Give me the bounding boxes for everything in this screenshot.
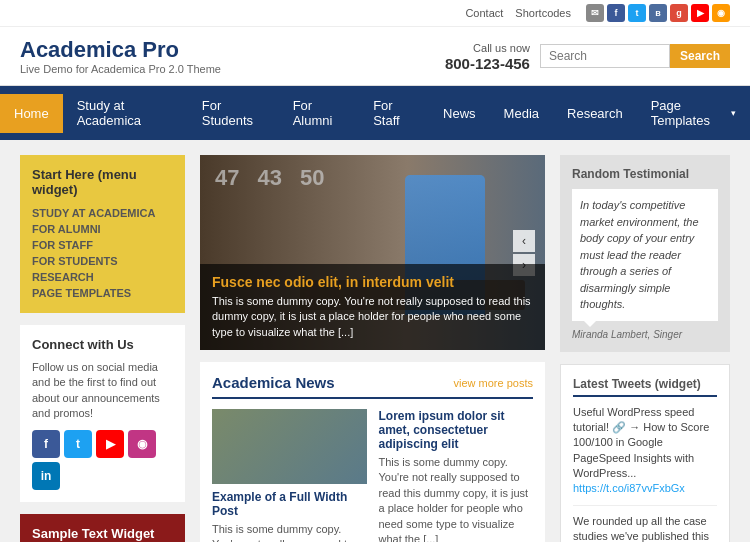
nav-research[interactable]: Research — [553, 94, 637, 133]
nav-students[interactable]: For Students — [188, 86, 279, 140]
news-header: Academica News view more posts — [212, 374, 533, 399]
news-text-1: This is some dummy copy. You're not real… — [212, 522, 367, 542]
news-item-2: Lorem ipsum dolor sit amet, consectetuer… — [379, 409, 534, 542]
googleplus-icon[interactable]: g — [670, 4, 688, 22]
slider-prev[interactable]: ‹ — [513, 230, 535, 252]
facebook-icon[interactable]: f — [607, 4, 625, 22]
twitter-btn[interactable]: t — [64, 430, 92, 458]
tweets-widget: Latest Tweets (widget) Useful WordPress … — [560, 364, 730, 543]
menu-link-alumni[interactable]: FOR ALUMNI — [32, 221, 173, 237]
instagram-btn[interactable]: ◉ — [128, 430, 156, 458]
start-widget-title: Start Here (menu widget) — [32, 167, 173, 197]
menu-link-research[interactable]: RESEARCH — [32, 269, 173, 285]
hero-text: This is some dummy copy. You're not real… — [212, 294, 533, 340]
nav-staff[interactable]: For Staff — [359, 86, 429, 140]
sidebar-right: Random Testimonial In today's competitiv… — [560, 155, 730, 542]
site-header: Academica Pro Live Demo for Academica Pr… — [0, 27, 750, 86]
nav-study[interactable]: Study at Academica — [63, 86, 188, 140]
social-row: f t ▶ ◉ — [32, 430, 173, 458]
menu-link-students[interactable]: FOR STUDENTS — [32, 253, 173, 269]
shortcodes-link[interactable]: Shortcodes — [515, 7, 571, 19]
main-nav: Home Study at Academica For Students For… — [0, 86, 750, 140]
tweet-link-1[interactable]: https://t.co/i87vvFxbGx — [573, 482, 685, 494]
youtube-icon[interactable]: ▶ — [691, 4, 709, 22]
news-section: Academica News view more posts Example o… — [200, 362, 545, 542]
tweet-1: Useful WordPress speed tutorial! 🔗 → How… — [573, 405, 717, 506]
hero-caption: Fusce nec odio elit, in interdum velit T… — [200, 264, 545, 350]
content-area: Start Here (menu widget) STUDY AT ACADEM… — [0, 140, 750, 542]
linkedin-btn[interactable]: in — [32, 462, 60, 490]
nav-media[interactable]: Media — [490, 94, 553, 133]
sample-text-widget: Sample Text Widget Dena quam felis, ultr… — [20, 514, 185, 542]
news-grid: Example of a Full Width Post This is som… — [212, 409, 533, 542]
testimonial-text: In today's competitive market environmen… — [572, 189, 718, 321]
connect-title: Connect with Us — [32, 337, 173, 352]
site-tagline: Live Demo for Academica Pro 2.0 Theme — [20, 63, 221, 75]
facebook-btn[interactable]: f — [32, 430, 60, 458]
top-links: Contact Shortcodes — [465, 7, 571, 19]
news-section-title: Academica News — [212, 374, 335, 391]
rss-icon[interactable]: ◉ — [712, 4, 730, 22]
news-title-2[interactable]: Lorem ipsum dolor sit amet, consectetuer… — [379, 409, 534, 451]
search-button[interactable]: Search — [670, 44, 730, 68]
news-text-2: This is some dummy copy. You're not real… — [379, 455, 534, 542]
start-here-widget: Start Here (menu widget) STUDY AT ACADEM… — [20, 155, 185, 313]
search-input[interactable] — [540, 44, 670, 68]
contact-link[interactable]: Contact — [465, 7, 503, 19]
menu-link-study[interactable]: STUDY AT ACADEMICA — [32, 205, 173, 221]
nav-page-templates[interactable]: Page Templates ▾ — [637, 86, 750, 140]
news-title-1[interactable]: Example of a Full Width Post — [212, 490, 367, 518]
top-bar: Contact Shortcodes ✉ f t в g ▶ ◉ — [0, 0, 750, 27]
testimonial-author: Miranda Lambert, Singer — [572, 329, 718, 340]
news-item-1: Example of a Full Width Post This is som… — [212, 409, 367, 542]
search-form: Search — [540, 44, 730, 68]
email-icon[interactable]: ✉ — [586, 4, 604, 22]
sidebar-left: Start Here (menu widget) STUDY AT ACADEM… — [20, 155, 185, 542]
tweet-2: We rounded up all the case studies we've… — [573, 514, 717, 542]
vk-icon[interactable]: в — [649, 4, 667, 22]
connect-widget: Connect with Us Follow us on social medi… — [20, 325, 185, 502]
hero-slider: 47 43 50 ‹ › Fusce nec odio elit, in int… — [200, 155, 545, 350]
view-more-link[interactable]: view more posts — [454, 377, 533, 389]
social-icons-top: ✉ f t в g ▶ ◉ — [586, 4, 730, 22]
phone-label: Call us now — [473, 42, 530, 54]
youtube-btn[interactable]: ▶ — [96, 430, 124, 458]
dropdown-arrow: ▾ — [731, 108, 736, 118]
phone-number: 800-123-456 — [445, 55, 530, 72]
site-title[interactable]: Academica Pro — [20, 37, 221, 63]
tweets-title: Latest Tweets (widget) — [573, 377, 717, 397]
nav-home[interactable]: Home — [0, 94, 63, 133]
main-content: 47 43 50 ‹ › Fusce nec odio elit, in int… — [200, 155, 545, 542]
nav-news[interactable]: News — [429, 94, 490, 133]
connect-text: Follow us on social media and be the fir… — [32, 360, 173, 422]
sample-widget-title: Sample Text Widget — [32, 526, 173, 541]
nav-alumni[interactable]: For Alumni — [279, 86, 360, 140]
site-branding: Academica Pro Live Demo for Academica Pr… — [20, 37, 221, 75]
phone-display: Call us now 800-123-456 — [445, 40, 530, 72]
testimonial-title: Random Testimonial — [572, 167, 718, 181]
header-right: Call us now 800-123-456 Search — [445, 40, 730, 72]
menu-link-page-templates[interactable]: PAGE TEMPLATES — [32, 285, 173, 301]
hero-title[interactable]: Fusce nec odio elit, in interdum velit — [212, 274, 533, 290]
twitter-icon[interactable]: t — [628, 4, 646, 22]
menu-link-staff[interactable]: FOR STAFF — [32, 237, 173, 253]
news-image-1 — [212, 409, 367, 484]
testimonial-widget: Random Testimonial In today's competitiv… — [560, 155, 730, 352]
